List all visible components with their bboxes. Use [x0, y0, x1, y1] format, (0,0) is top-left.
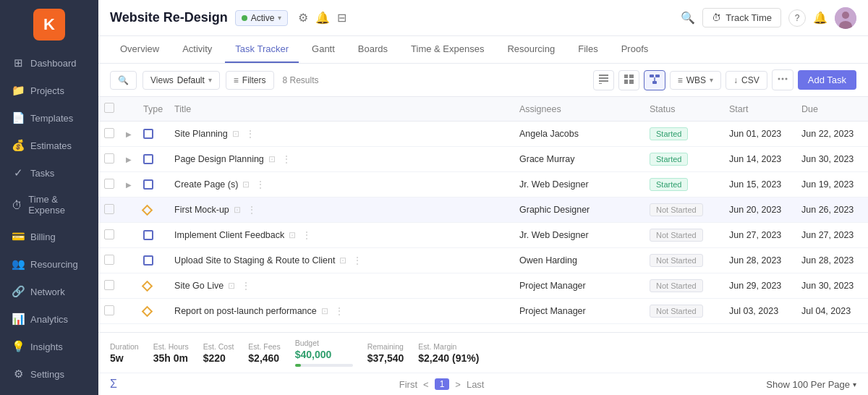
help-icon[interactable]: ? [788, 9, 806, 27]
row-type-cell [137, 223, 169, 248]
layout-icon[interactable]: ⊟ [337, 11, 346, 25]
row-menu-icon[interactable]: ⋮ [241, 280, 251, 292]
svg-point-15 [778, 78, 780, 80]
sidebar-item-dashboard[interactable]: ⊞ Dashboard [0, 49, 98, 77]
copy-icon[interactable]: ⊡ [268, 154, 276, 164]
task-table-body: ▶ Site Planning ⊡ ⋮ Angela Jacobs Starte… [98, 122, 868, 324]
grid-view-button[interactable] [618, 70, 639, 90]
sidebar-item-network[interactable]: 🔗 Network [0, 278, 98, 305]
sidebar-item-templates[interactable]: 📄 Templates [0, 104, 98, 132]
search-box[interactable]: 🔍 [110, 71, 137, 90]
row-start-cell: Jun 29, 2023 [723, 273, 796, 299]
copy-icon[interactable]: ⊡ [321, 306, 328, 316]
assignee-name: Project Manager [519, 281, 586, 291]
row-checkbox[interactable] [104, 153, 114, 163]
select-all-checkbox[interactable] [104, 103, 114, 113]
row-checkbox[interactable] [104, 255, 114, 265]
row-checkbox[interactable] [104, 305, 114, 315]
row-checkbox-cell [98, 147, 120, 172]
prev-page-button[interactable]: < [423, 379, 429, 390]
hierarchy-view-button[interactable] [644, 70, 665, 90]
tab-boards[interactable]: Boards [348, 36, 398, 63]
row-title-cell: Site Planning ⊡ ⋮ [169, 122, 514, 147]
row-checkbox-cell [98, 273, 120, 299]
add-task-button[interactable]: Add Task [798, 70, 856, 90]
list-view-button[interactable] [593, 70, 614, 90]
tab-resourcing[interactable]: Resourcing [497, 36, 565, 63]
sidebar-item-label: Estimates [30, 140, 72, 151]
filter-button[interactable]: ≡ Filters [226, 71, 274, 90]
sigma-button[interactable]: Σ [110, 378, 117, 391]
settings-icon: ⚙ [12, 368, 25, 381]
row-menu-icon[interactable]: ⋮ [352, 255, 362, 266]
table-row: Upload Site to Staging & Route to Client… [98, 248, 868, 273]
views-selector[interactable]: Views Default ▾ [142, 71, 220, 90]
expand-arrow[interactable]: ▶ [126, 156, 132, 163]
remaining-value: $37,540 [367, 352, 404, 364]
wbs-button[interactable]: ≡ WBS ▾ [670, 71, 721, 90]
last-page-button[interactable]: Last [467, 379, 485, 390]
copy-icon[interactable]: ⊡ [242, 179, 250, 190]
sidebar-item-insights[interactable]: 💡 Insights [0, 333, 98, 360]
copy-icon[interactable]: ⊡ [234, 205, 241, 215]
tab-activity[interactable]: Activity [172, 36, 222, 63]
search-icon[interactable]: 🔍 [681, 11, 695, 25]
sidebar-item-projects[interactable]: 📁 Projects [0, 77, 98, 104]
status-dot [242, 15, 247, 21]
sidebar-item-label: Resourcing [30, 259, 78, 270]
copy-icon[interactable]: ⊡ [232, 129, 239, 139]
tab-overview[interactable]: Overview [110, 36, 169, 63]
sidebar-item-settings[interactable]: ⚙ Settings [0, 360, 98, 388]
notification-icon[interactable]: 🔔 [813, 11, 827, 25]
tab-proofs[interactable]: Proofs [611, 36, 659, 63]
copy-icon[interactable]: ⊡ [339, 255, 346, 266]
assignee-name: Project Manager [519, 306, 586, 316]
col-checkbox [98, 97, 120, 122]
row-menu-icon[interactable]: ⋮ [245, 128, 255, 140]
status-badge[interactable]: Active ▾ [235, 10, 289, 26]
row-checkbox[interactable] [104, 128, 114, 138]
footer-est-margin: Est. Margin $2,240 (91%) [418, 342, 479, 364]
row-menu-icon[interactable]: ⋮ [281, 153, 292, 165]
track-time-button[interactable]: ⏱ Track Time [702, 8, 781, 27]
sidebar-item-resourcing[interactable]: 👥 Resourcing [0, 250, 98, 278]
tab-time-expenses[interactable]: Time & Expenses [401, 36, 494, 63]
task-title: Implement Client Feedback [174, 230, 284, 240]
col-assignees: Assignees [514, 97, 644, 122]
assignee-name: Angela Jacobs [519, 129, 579, 139]
footer-budget: Budget $40,000 [295, 339, 353, 367]
row-checkbox[interactable] [104, 280, 114, 290]
row-menu-icon[interactable]: ⋮ [334, 305, 344, 317]
row-checkbox[interactable] [104, 229, 114, 239]
sidebar-item-tasks[interactable]: ✓ Tasks [0, 159, 98, 187]
row-assignee-cell: Graphic Designer [514, 198, 644, 223]
csv-button[interactable]: ↓ CSV [726, 71, 767, 90]
more-options-button[interactable] [772, 69, 793, 90]
copy-icon[interactable]: ⊡ [289, 230, 296, 240]
sidebar-item-billing[interactable]: 💳 Billing [0, 223, 98, 250]
copy-icon[interactable]: ⊡ [228, 281, 235, 291]
row-menu-icon[interactable]: ⋮ [302, 229, 312, 241]
gear-icon[interactable]: ⚙ [298, 11, 308, 25]
row-checkbox[interactable] [104, 204, 114, 214]
expand-arrow[interactable]: ▶ [126, 130, 132, 138]
tab-files[interactable]: Files [568, 36, 608, 63]
first-page-button[interactable]: First [399, 379, 417, 390]
row-checkbox[interactable] [104, 179, 114, 189]
next-page-button[interactable]: > [455, 379, 461, 390]
expand-arrow[interactable]: ▶ [126, 181, 132, 189]
row-menu-icon[interactable]: ⋮ [247, 204, 257, 216]
tab-gantt[interactable]: Gantt [302, 36, 345, 63]
current-page: 1 [435, 378, 450, 390]
row-title-cell: Page Design Planning ⊡ ⋮ [169, 147, 514, 172]
svg-point-16 [781, 78, 783, 80]
est-margin-value: $2,240 (91%) [418, 352, 479, 364]
row-start-cell: Jun 20, 2023 [723, 198, 796, 223]
per-page-selector[interactable]: Show 100 Per Page ▾ [766, 379, 856, 390]
sidebar-item-analytics[interactable]: 📊 Analytics [0, 305, 98, 333]
row-menu-icon[interactable]: ⋮ [255, 179, 265, 190]
bell-icon[interactable]: 🔔 [315, 11, 330, 25]
sidebar-item-time-expense[interactable]: ⏱ Time & Expense [0, 187, 98, 223]
tab-task-tracker[interactable]: Task Tracker [225, 36, 299, 63]
sidebar-item-estimates[interactable]: 💰 Estimates [0, 132, 98, 159]
